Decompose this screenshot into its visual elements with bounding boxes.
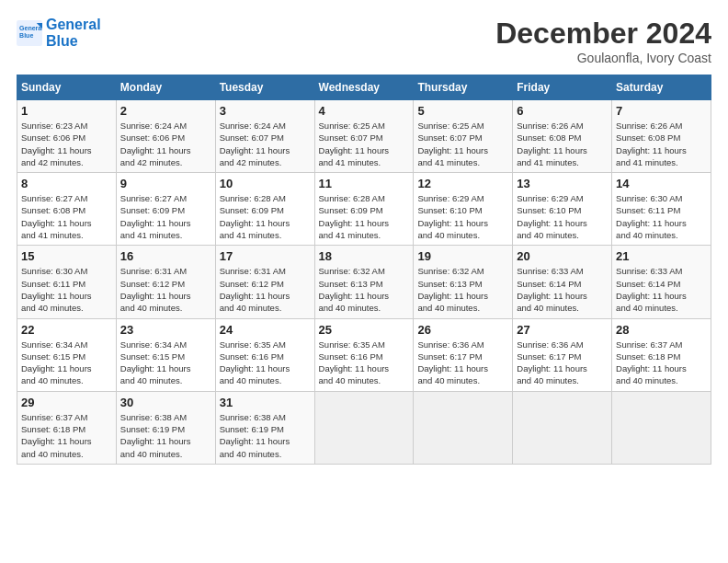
- day-info: Sunrise: 6:37 AM Sunset: 6:18 PM Dayligh…: [21, 411, 112, 460]
- calendar-cell: 1Sunrise: 6:23 AM Sunset: 6:06 PM Daylig…: [17, 100, 117, 173]
- calendar-cell: 25Sunrise: 6:35 AM Sunset: 6:16 PM Dayli…: [314, 318, 414, 391]
- calendar-cell: 18Sunrise: 6:32 AM Sunset: 6:13 PM Dayli…: [314, 246, 414, 318]
- header-cell-tuesday: Tuesday: [215, 75, 314, 100]
- calendar-cell: 12Sunrise: 6:29 AM Sunset: 6:10 PM Dayli…: [414, 173, 513, 246]
- day-info: Sunrise: 6:34 AM Sunset: 6:15 PM Dayligh…: [120, 339, 211, 387]
- day-info: Sunrise: 6:36 AM Sunset: 6:17 PM Dayligh…: [517, 339, 608, 387]
- calendar-cell: [513, 391, 612, 464]
- day-number: 13: [517, 177, 608, 190]
- calendar-cell: 3Sunrise: 6:24 AM Sunset: 6:07 PM Daylig…: [215, 100, 314, 173]
- day-number: 14: [616, 177, 707, 190]
- calendar-cell: 26Sunrise: 6:36 AM Sunset: 6:17 PM Dayli…: [414, 318, 513, 391]
- day-info: Sunrise: 6:26 AM Sunset: 6:08 PM Dayligh…: [616, 120, 707, 168]
- calendar-cell: 7Sunrise: 6:26 AM Sunset: 6:08 PM Daylig…: [612, 100, 711, 173]
- header-cell-wednesday: Wednesday: [314, 75, 414, 100]
- calendar-cell: 21Sunrise: 6:33 AM Sunset: 6:14 PM Dayli…: [612, 246, 711, 318]
- week-row-2: 8Sunrise: 6:27 AM Sunset: 6:08 PM Daylig…: [17, 173, 711, 246]
- calendar-cell: 13Sunrise: 6:29 AM Sunset: 6:10 PM Dayli…: [513, 173, 612, 246]
- logo: General Blue General Blue: [17, 17, 101, 49]
- day-number: 22: [21, 323, 112, 337]
- day-info: Sunrise: 6:25 AM Sunset: 6:07 PM Dayligh…: [319, 120, 410, 168]
- day-number: 24: [220, 323, 311, 337]
- logo-line1: General: [46, 17, 101, 32]
- day-number: 26: [417, 323, 508, 337]
- day-info: Sunrise: 6:24 AM Sunset: 6:07 PM Dayligh…: [220, 120, 311, 168]
- day-number: 21: [616, 249, 707, 263]
- day-number: 1: [21, 104, 112, 118]
- location-subtitle: Goulaonfla, Ivory Coast: [495, 51, 711, 65]
- week-row-4: 22Sunrise: 6:34 AM Sunset: 6:15 PM Dayli…: [17, 318, 711, 391]
- day-info: Sunrise: 6:28 AM Sunset: 6:09 PM Dayligh…: [319, 192, 410, 241]
- header-cell-monday: Monday: [116, 75, 215, 100]
- day-info: Sunrise: 6:36 AM Sunset: 6:17 PM Dayligh…: [417, 339, 508, 387]
- day-number: 19: [417, 249, 508, 263]
- calendar-cell: 29Sunrise: 6:37 AM Sunset: 6:18 PM Dayli…: [17, 391, 117, 464]
- day-info: Sunrise: 6:35 AM Sunset: 6:16 PM Dayligh…: [319, 339, 410, 387]
- day-number: 16: [120, 249, 211, 263]
- svg-text:Blue: Blue: [19, 32, 33, 39]
- day-info: Sunrise: 6:33 AM Sunset: 6:14 PM Dayligh…: [616, 265, 707, 314]
- day-number: 8: [21, 177, 112, 190]
- day-number: 20: [517, 249, 608, 263]
- day-info: Sunrise: 6:38 AM Sunset: 6:19 PM Dayligh…: [220, 411, 311, 460]
- day-number: 27: [517, 323, 608, 337]
- calendar-cell: 5Sunrise: 6:25 AM Sunset: 6:07 PM Daylig…: [414, 100, 513, 173]
- day-info: Sunrise: 6:30 AM Sunset: 6:11 PM Dayligh…: [21, 265, 112, 314]
- calendar-cell: 31Sunrise: 6:38 AM Sunset: 6:19 PM Dayli…: [215, 391, 314, 464]
- day-info: Sunrise: 6:32 AM Sunset: 6:13 PM Dayligh…: [417, 265, 508, 314]
- header-cell-saturday: Saturday: [612, 75, 711, 100]
- day-info: Sunrise: 6:32 AM Sunset: 6:13 PM Dayligh…: [319, 265, 410, 314]
- calendar-cell: [314, 391, 414, 464]
- day-number: 17: [220, 249, 311, 263]
- day-number: 15: [21, 249, 112, 263]
- calendar-cell: 8Sunrise: 6:27 AM Sunset: 6:08 PM Daylig…: [17, 173, 117, 246]
- day-number: 9: [120, 177, 211, 190]
- svg-text:General: General: [19, 24, 42, 30]
- day-number: 23: [120, 323, 211, 337]
- calendar-cell: 17Sunrise: 6:31 AM Sunset: 6:12 PM Dayli…: [215, 246, 314, 318]
- calendar-cell: 10Sunrise: 6:28 AM Sunset: 6:09 PM Dayli…: [215, 173, 314, 246]
- calendar-cell: [612, 391, 711, 464]
- day-info: Sunrise: 6:29 AM Sunset: 6:10 PM Dayligh…: [417, 192, 508, 241]
- logo-line2: Blue: [46, 33, 78, 49]
- logo-text: General Blue: [46, 17, 101, 49]
- calendar-cell: 19Sunrise: 6:32 AM Sunset: 6:13 PM Dayli…: [414, 246, 513, 318]
- day-info: Sunrise: 6:34 AM Sunset: 6:15 PM Dayligh…: [21, 339, 112, 387]
- day-number: 7: [616, 104, 707, 118]
- day-info: Sunrise: 6:33 AM Sunset: 6:14 PM Dayligh…: [517, 265, 608, 314]
- day-info: Sunrise: 6:31 AM Sunset: 6:12 PM Dayligh…: [120, 265, 211, 314]
- calendar-table: SundayMondayTuesdayWednesdayThursdayFrid…: [17, 75, 711, 465]
- calendar-cell: 14Sunrise: 6:30 AM Sunset: 6:11 PM Dayli…: [612, 173, 711, 246]
- logo-icon: General Blue: [17, 20, 42, 46]
- calendar-cell: 22Sunrise: 6:34 AM Sunset: 6:15 PM Dayli…: [17, 318, 117, 391]
- day-info: Sunrise: 6:26 AM Sunset: 6:08 PM Dayligh…: [517, 120, 608, 168]
- day-number: 4: [319, 104, 410, 118]
- day-info: Sunrise: 6:23 AM Sunset: 6:06 PM Dayligh…: [21, 120, 112, 168]
- calendar-cell: 6Sunrise: 6:26 AM Sunset: 6:08 PM Daylig…: [513, 100, 612, 173]
- day-info: Sunrise: 6:30 AM Sunset: 6:11 PM Dayligh…: [616, 192, 707, 241]
- calendar-cell: 16Sunrise: 6:31 AM Sunset: 6:12 PM Dayli…: [116, 246, 215, 318]
- day-number: 5: [417, 104, 508, 118]
- calendar-header-row: SundayMondayTuesdayWednesdayThursdayFrid…: [17, 75, 711, 100]
- day-number: 31: [220, 396, 311, 409]
- page-container: General Blue General Blue December 2024 …: [0, 0, 728, 474]
- day-info: Sunrise: 6:38 AM Sunset: 6:19 PM Dayligh…: [120, 411, 211, 460]
- calendar-body: 1Sunrise: 6:23 AM Sunset: 6:06 PM Daylig…: [17, 100, 711, 465]
- calendar-cell: 30Sunrise: 6:38 AM Sunset: 6:19 PM Dayli…: [116, 391, 215, 464]
- calendar-cell: 2Sunrise: 6:24 AM Sunset: 6:06 PM Daylig…: [116, 100, 215, 173]
- month-title: December 2024: [495, 17, 711, 51]
- day-info: Sunrise: 6:35 AM Sunset: 6:16 PM Dayligh…: [220, 339, 311, 387]
- day-number: 11: [319, 177, 410, 190]
- day-number: 2: [120, 104, 211, 118]
- week-row-3: 15Sunrise: 6:30 AM Sunset: 6:11 PM Dayli…: [17, 246, 711, 318]
- calendar-cell: 28Sunrise: 6:37 AM Sunset: 6:18 PM Dayli…: [612, 318, 711, 391]
- day-number: 30: [120, 396, 211, 409]
- day-number: 10: [220, 177, 311, 190]
- day-info: Sunrise: 6:25 AM Sunset: 6:07 PM Dayligh…: [417, 120, 508, 168]
- day-info: Sunrise: 6:31 AM Sunset: 6:12 PM Dayligh…: [220, 265, 311, 314]
- calendar-cell: 15Sunrise: 6:30 AM Sunset: 6:11 PM Dayli…: [17, 246, 117, 318]
- calendar-cell: 9Sunrise: 6:27 AM Sunset: 6:09 PM Daylig…: [116, 173, 215, 246]
- header-cell-thursday: Thursday: [414, 75, 513, 100]
- day-info: Sunrise: 6:27 AM Sunset: 6:09 PM Dayligh…: [120, 192, 211, 241]
- day-info: Sunrise: 6:24 AM Sunset: 6:06 PM Dayligh…: [120, 120, 211, 168]
